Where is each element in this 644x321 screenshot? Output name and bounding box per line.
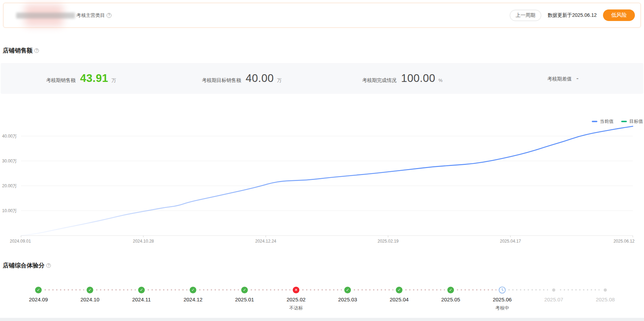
check-icon: ✓ xyxy=(396,287,402,293)
timeline-node-pass: ✓ xyxy=(396,286,402,293)
timeline-node-future xyxy=(604,286,607,293)
check-icon: ✓ xyxy=(241,287,248,293)
experience-section-title: 店铺综合体验分 ? xyxy=(3,261,51,270)
timeline-date: 2025.07 xyxy=(544,296,563,302)
timeline-date: 2025.02 xyxy=(286,296,305,302)
timeline-node-pass: ✓ xyxy=(190,286,196,293)
check-icon: ✓ xyxy=(447,287,454,293)
stat-value: 40.00 xyxy=(246,72,274,85)
x-axis-tick-label: 2025.04.17 xyxy=(500,239,521,244)
stat-unit: % xyxy=(439,78,443,83)
next-card-edge xyxy=(0,318,644,321)
x-axis-tick-label: 2025.02.19 xyxy=(378,239,399,244)
timeline-item: ✓2025.03 xyxy=(322,286,373,311)
check-icon: ✓ xyxy=(138,287,145,293)
experience-section-title-text: 店铺综合体验分 xyxy=(3,261,45,270)
stat-item: 考核期差值- xyxy=(483,75,643,82)
header-actions: 上一周期 数据更新于2025.06.12 低风险 xyxy=(510,3,635,27)
timeline-date: 2025.05 xyxy=(441,296,460,302)
assessment-category: 考核主营类目 ? xyxy=(76,3,111,27)
timeline-date: 2025.03 xyxy=(338,296,357,302)
y-axis-tick-label: 10.00万 xyxy=(2,208,17,213)
sales-section-title-text: 店铺销售额 xyxy=(3,47,33,55)
timeline-item: ✓2025.01 xyxy=(219,286,270,311)
timeline-node-pass: ✓ xyxy=(87,286,93,293)
timeline-node-pass: ✓ xyxy=(138,286,145,293)
sales-chart-svg: 10.00万20.00万30.00万40.00万2024.09.012024.1… xyxy=(0,95,644,245)
timeline-node-pass: ✓ xyxy=(344,286,351,293)
stat-item: 考核期销售额43.91万 xyxy=(1,72,161,85)
future-dot-icon xyxy=(552,288,555,292)
x-axis-tick-label: 2024.09.01 xyxy=(10,239,31,244)
timeline-date: 2025.01 xyxy=(235,296,254,302)
stat-item: 考核期目标销售额40.00万 xyxy=(161,72,322,85)
timeline-node-pass: ✓ xyxy=(35,286,42,293)
y-axis-tick-label: 30.00万 xyxy=(2,159,17,163)
experience-timeline: ✓2024.09✓2024.10✓2024.11✓2024.12✓2025.01… xyxy=(13,286,631,311)
stat-label: 考核期销售额 xyxy=(46,77,76,84)
check-icon: ✓ xyxy=(190,287,196,293)
timeline-node-ongoing xyxy=(499,286,506,293)
stat-unit: 万 xyxy=(111,77,116,84)
check-icon: ✓ xyxy=(344,287,351,293)
timeline-node-pass: ✓ xyxy=(447,286,454,293)
timeline-date: 2024.09 xyxy=(29,296,48,302)
stat-label: 考核期目标销售额 xyxy=(202,77,241,84)
clock-icon xyxy=(499,286,506,294)
x-axis-tick-label: 2025.06.12 xyxy=(614,239,635,244)
check-icon: ✓ xyxy=(35,287,42,293)
future-dot-icon xyxy=(604,288,607,292)
x-icon: ✕ xyxy=(293,287,299,293)
timeline-item: ✓2024.12 xyxy=(167,286,219,311)
timeline-date: 2024.10 xyxy=(80,296,99,302)
timeline-item: 2025.07 xyxy=(528,286,579,311)
timeline-item: ✓2024.10 xyxy=(64,286,116,311)
series-line-current xyxy=(21,126,633,236)
stat-unit: 万 xyxy=(277,77,282,84)
sales-section-title: 店铺销售额 ? xyxy=(3,47,39,55)
timeline-node-pass: ✓ xyxy=(241,286,248,293)
timeline-node-future xyxy=(552,286,555,293)
check-icon: ✓ xyxy=(87,287,93,293)
timeline-date: 2025.04 xyxy=(389,296,408,302)
timeline-item: ✓2025.05 xyxy=(425,286,476,311)
assessment-category-label: 考核主营类目 xyxy=(76,12,105,19)
risk-level-badge[interactable]: 低风险 xyxy=(603,9,635,21)
timeline-item: ✕2025.02不达标 xyxy=(270,286,322,311)
help-icon[interactable]: ? xyxy=(107,13,111,18)
timeline-item: ✓2025.04 xyxy=(373,286,425,311)
help-icon[interactable]: ? xyxy=(46,263,51,268)
stat-value: 43.91 xyxy=(80,72,108,85)
timeline-item: 2025.08 xyxy=(579,286,631,311)
x-axis-tick-label: 2024.10.28 xyxy=(133,239,154,244)
assessment-summary-card: 考核主营类目 ? 上一周期 数据更新于2025.06.12 低风险 xyxy=(3,3,641,28)
stat-label: 考核期差值 xyxy=(547,76,572,82)
stat-label: 考核期完成情况 xyxy=(362,77,396,84)
stat-value: 100.00 xyxy=(401,72,435,85)
timeline-date: 2024.11 xyxy=(132,296,151,302)
timeline-note: 考核中 xyxy=(495,305,509,311)
timeline-date: 2024.12 xyxy=(183,296,202,302)
x-axis-tick-label: 2024.12.24 xyxy=(255,239,276,244)
data-updated-text: 数据更新于2025.06.12 xyxy=(548,12,597,19)
y-axis-tick-label: 40.00万 xyxy=(2,134,17,139)
timeline-item: ✓2024.09 xyxy=(13,286,64,311)
store-name-blurred xyxy=(16,13,75,19)
y-axis-tick-label: 20.00万 xyxy=(2,183,17,188)
stat-value: - xyxy=(576,75,579,82)
timeline-note: 不达标 xyxy=(289,305,303,311)
timeline-item: 2025.06考核中 xyxy=(476,286,528,311)
prev-period-button[interactable]: 上一周期 xyxy=(510,10,541,21)
stat-item: 考核期完成情况100.00% xyxy=(322,72,483,85)
timeline-date: 2025.08 xyxy=(596,296,615,302)
stats-bar: 考核期销售额43.91万考核期目标销售额40.00万考核期完成情况100.00%… xyxy=(1,63,643,94)
seller-dashboard-page: 考核主营类目 ? 上一周期 数据更新于2025.06.12 低风险 店铺销售额 … xyxy=(0,0,644,321)
timeline-date: 2025.06 xyxy=(493,296,511,302)
timeline-node-fail: ✕ xyxy=(293,286,299,293)
help-icon[interactable]: ? xyxy=(34,48,39,53)
timeline-item: ✓2024.11 xyxy=(116,286,167,311)
